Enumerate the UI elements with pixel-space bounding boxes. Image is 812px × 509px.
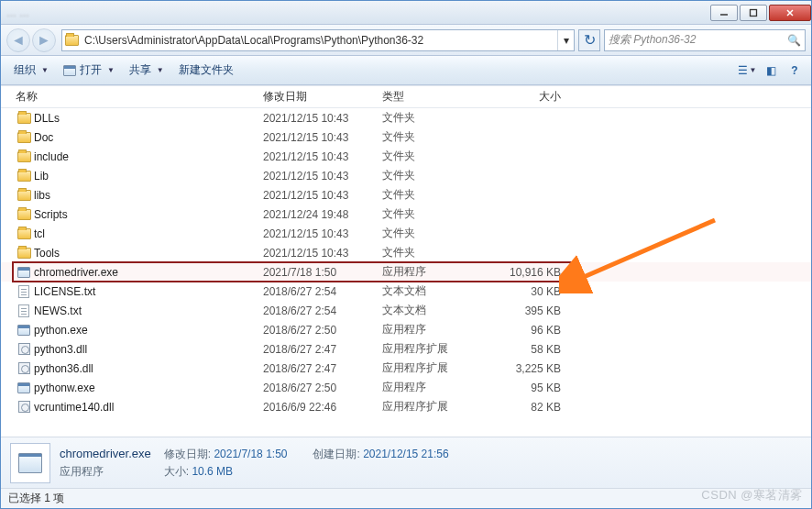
column-headers[interactable]: 名称 修改日期 类型 大小 (1, 86, 811, 108)
status-text: 已选择 1 项 (8, 491, 64, 506)
file-size: 395 KB (488, 304, 561, 317)
file-row[interactable]: Scripts2021/12/24 19:48文件夹 (1, 205, 811, 224)
file-name: python3.dll (32, 343, 263, 356)
file-date: 2021/12/15 10:43 (263, 170, 382, 183)
file-row[interactable]: Doc2021/12/15 10:43文件夹 (1, 127, 811, 147)
file-date: 2021/12/24 19:48 (263, 208, 382, 221)
file-name: Scripts (32, 208, 263, 221)
details-size-label: 大小: (164, 465, 189, 478)
file-row[interactable]: python3.dll2018/6/27 2:47应用程序扩展58 KB (1, 339, 811, 359)
details-pane: chromedriver.exe 修改日期: 2021/7/18 1:50 创建… (1, 437, 811, 488)
file-date: 2021/12/15 10:43 (263, 247, 382, 260)
file-type: 文本文档 (382, 303, 488, 318)
share-button[interactable]: 共享▼ (122, 60, 171, 81)
file-name: DLLs (32, 112, 263, 125)
exe-icon (16, 325, 32, 336)
close-button[interactable] (769, 5, 811, 21)
status-bar: 已选择 1 项 (1, 488, 811, 508)
file-date: 2018/6/27 2:54 (263, 304, 382, 317)
file-row[interactable]: python36.dll2018/6/27 2:47应用程序扩展3,225 KB (1, 359, 811, 378)
details-filename: chromedriver.exe (60, 447, 151, 460)
file-size: 30 KB (488, 285, 561, 298)
minimize-button[interactable] (710, 5, 738, 21)
file-type: 文件夹 (382, 187, 488, 203)
file-type: 文件夹 (382, 129, 488, 145)
search-placeholder: 搜索 Python36-32 (609, 32, 696, 48)
svg-rect-1 (751, 9, 757, 16)
file-row[interactable]: DLLs2021/12/15 10:43文件夹 (1, 108, 811, 127)
preview-pane-button[interactable]: ◧ (760, 61, 782, 81)
file-name: LICENSE.txt (32, 285, 263, 298)
exe-icon (18, 453, 42, 473)
dll-icon (16, 343, 32, 355)
help-button[interactable]: ? (784, 61, 806, 81)
explorer-window: … … ◄ ► C:\Users\Administrator\AppData\L… (0, 0, 812, 509)
nav-row: ◄ ► C:\Users\Administrator\AppData\Local… (1, 25, 811, 56)
organize-button[interactable]: 组织▼ (6, 60, 56, 81)
file-name: tcl (32, 227, 263, 240)
file-row[interactable]: NEWS.txt2018/6/27 2:54文本文档395 KB (1, 301, 811, 320)
folder-icon (62, 35, 81, 46)
app-icon (63, 65, 76, 76)
refresh-button[interactable]: ↻ (578, 29, 600, 51)
file-row[interactable]: Lib2021/12/15 10:43文件夹 (1, 166, 811, 185)
nav-arrows: ◄ ► (6, 28, 58, 52)
dll-icon (16, 362, 32, 374)
details-mod-label: 修改日期: (164, 448, 211, 460)
file-row[interactable]: pythonw.exe2018/6/27 2:50应用程序95 KB (1, 378, 811, 397)
nav-forward-button[interactable]: ► (32, 28, 56, 52)
txt-icon (16, 304, 32, 317)
details-filetype: 应用程序 (60, 464, 151, 480)
file-row[interactable]: python.exe2018/6/27 2:50应用程序96 KB (1, 320, 811, 339)
file-date: 2021/12/15 10:43 (263, 189, 382, 202)
file-date: 2018/6/27 2:50 (263, 324, 382, 337)
file-type: 应用程序扩展 (382, 360, 488, 376)
file-type: 文件夹 (382, 206, 488, 222)
address-dropdown-button[interactable]: ▾ (557, 30, 574, 50)
col-date[interactable]: 修改日期 (263, 89, 382, 105)
view-options-button[interactable]: ☰▼ (736, 61, 758, 81)
nav-back-button[interactable]: ◄ (6, 28, 30, 52)
file-row[interactable]: LICENSE.txt2018/6/27 2:54文本文档30 KB (1, 282, 811, 301)
file-name: Lib (32, 170, 263, 183)
file-type: 应用程序扩展 (382, 341, 488, 357)
file-row[interactable]: Tools2021/12/15 10:43文件夹 (1, 243, 811, 262)
file-size: 95 KB (488, 382, 561, 394)
col-name[interactable]: 名称 (16, 89, 263, 105)
titlebar-tabs: … … (6, 7, 708, 18)
open-button[interactable]: 打开▼ (56, 60, 122, 81)
folder-icon (16, 209, 32, 220)
file-date: 2018/6/27 2:54 (263, 285, 382, 298)
file-size: 3,225 KB (488, 362, 561, 375)
file-row[interactable]: libs2021/12/15 10:43文件夹 (1, 185, 811, 205)
col-type[interactable]: 类型 (382, 89, 488, 105)
details-thumbnail (10, 443, 50, 483)
file-row[interactable]: tcl2021/12/15 10:43文件夹 (1, 224, 811, 243)
file-name: Tools (32, 247, 263, 260)
folder-icon (16, 113, 32, 124)
details-created-value: 2021/12/15 21:56 (363, 448, 448, 460)
file-name: Doc (32, 131, 263, 144)
folder-icon (16, 151, 32, 162)
file-type: 文件夹 (382, 245, 488, 260)
file-row[interactable]: chromedriver.exe2021/7/18 1:50应用程序10,916… (1, 262, 811, 282)
folder-icon (16, 228, 32, 239)
maximize-button[interactable] (740, 5, 767, 21)
file-name: libs (32, 189, 263, 202)
file-type: 文件夹 (382, 168, 488, 183)
new-folder-button[interactable]: 新建文件夹 (171, 60, 241, 81)
search-input[interactable]: 搜索 Python36-32 🔍 (604, 29, 806, 51)
file-list: 名称 修改日期 类型 大小 DLLs2021/12/15 10:43文件夹Doc… (1, 85, 811, 437)
file-date: 2021/7/18 1:50 (263, 266, 382, 279)
file-row[interactable]: include2021/12/15 10:43文件夹 (1, 147, 811, 166)
exe-icon (16, 382, 32, 393)
col-size[interactable]: 大小 (488, 89, 561, 105)
exe-icon (16, 267, 32, 278)
address-bar[interactable]: C:\Users\Administrator\AppData\Local\Pro… (61, 29, 575, 51)
file-row[interactable]: vcruntime140.dll2016/6/9 22:46应用程序扩展82 K… (1, 397, 811, 416)
file-name: NEWS.txt (32, 304, 263, 317)
file-name: pythonw.exe (32, 382, 263, 394)
file-date: 2016/6/9 22:46 (263, 401, 382, 414)
file-type: 文件夹 (382, 149, 488, 164)
titlebar: … … (1, 1, 811, 25)
